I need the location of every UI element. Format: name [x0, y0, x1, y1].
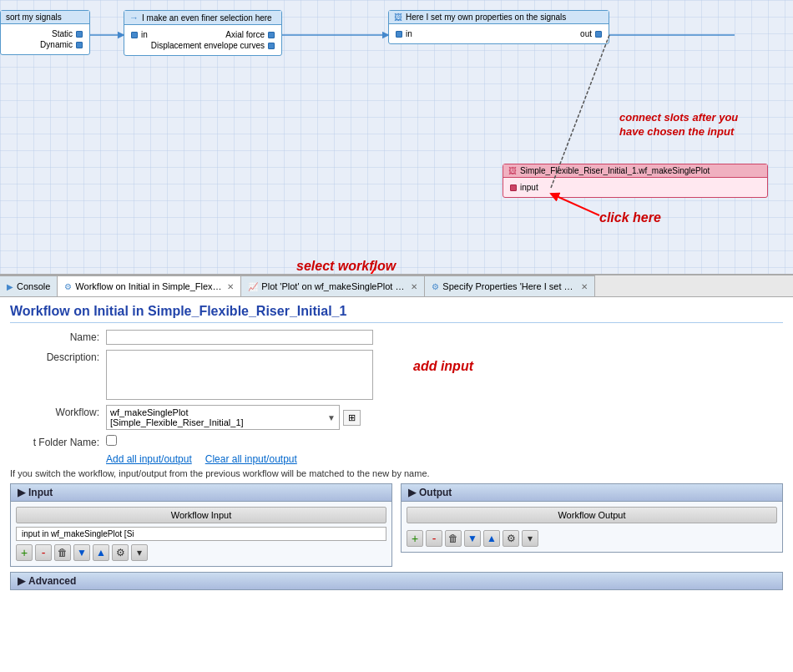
- output-panel: ▶ Output Workflow Output + - 🗑 ▼ ▲ ⚙ ▾: [401, 483, 783, 567]
- node-make-single-plot-title: 🖼 Simple_Flexible_Riser_Initial_1.wf_mak…: [503, 164, 767, 178]
- tab-specify-label: Specify Properties 'Here I set my ow...: [442, 281, 576, 291]
- name-label: Name:: [10, 330, 106, 343]
- input-delete-btn[interactable]: 🗑: [54, 544, 71, 561]
- tab-plot[interactable]: 📈 Plot 'Plot' on wf_makeSinglePlot in Si…: [241, 275, 425, 296]
- port-input4[interactable]: [510, 184, 517, 191]
- folder-checkbox[interactable]: [106, 435, 117, 446]
- description-label: Description:: [10, 350, 106, 363]
- form-row-description: Description:: [10, 350, 783, 400]
- annotation-click-here: click here: [599, 210, 661, 225]
- port-in2[interactable]: [131, 32, 138, 38]
- input-section-label: Input: [28, 487, 53, 498]
- advanced-section: ▶ Advanced: [10, 572, 783, 590]
- input-down-btn[interactable]: ▼: [73, 544, 90, 561]
- node-finer-selection[interactable]: → I make an even finer selection here in…: [124, 10, 282, 56]
- node-set-properties-title: 🖼 Here I set my own properties on the si…: [389, 11, 609, 24]
- input-remove-btn[interactable]: -: [35, 544, 52, 561]
- output-more-btn[interactable]: ▾: [522, 530, 538, 547]
- node-make-single-plot[interactable]: 🖼 Simple_Flexible_Riser_Initial_1.wf_mak…: [503, 164, 768, 198]
- node-set-properties[interactable]: 🖼 Here I set my own properties on the si…: [388, 10, 609, 44]
- input-settings-btn[interactable]: ⚙: [112, 544, 129, 561]
- io-links-row: Add all input/output Clear all input/out…: [106, 453, 783, 465]
- tab-bar: ▶ Console ⚙ Workflow on Initial in Simpl…: [0, 275, 793, 297]
- output-up-btn[interactable]: ▲: [483, 530, 500, 547]
- output-section-arrow: ▶: [408, 487, 416, 498]
- tab-plot-close[interactable]: ✕: [411, 282, 417, 291]
- input-section-header[interactable]: ▶ Input: [10, 483, 392, 502]
- form-title: Workflow on Initial in Simple_Flexible_R…: [10, 304, 783, 323]
- port-axial-out[interactable]: [268, 32, 275, 38]
- tab-specify[interactable]: ⚙ Specify Properties 'Here I set my ow..…: [425, 275, 595, 296]
- workflow-input-btn[interactable]: Workflow Input: [16, 507, 386, 523]
- input-more-btn[interactable]: ▾: [131, 544, 148, 561]
- port-static-out[interactable]: [76, 31, 83, 38]
- workflow-switch-info: If you switch the workflow, input/output…: [10, 468, 783, 478]
- tab-specify-close[interactable]: ✕: [581, 282, 588, 291]
- node-sort-signals-title: sort my signals: [1, 11, 89, 24]
- folder-label: t Folder Name:: [10, 435, 106, 448]
- form-row-workflow: Workflow: wf_makeSinglePlot [Simple_Flex…: [10, 405, 783, 430]
- form-row-name: Name:: [10, 330, 783, 345]
- workflow-canvas: sort my signals Static Dynamic → I make …: [0, 0, 793, 275]
- output-delete-btn[interactable]: 🗑: [445, 530, 462, 547]
- name-input[interactable]: [106, 330, 373, 345]
- output-section-header[interactable]: ▶ Output: [401, 483, 783, 502]
- workflow-output-btn[interactable]: Workflow Output: [407, 507, 777, 523]
- tab-workflow-label: Workflow on Initial in Simple_Flexible_R…: [75, 281, 222, 291]
- output-section-body: Workflow Output + - 🗑 ▼ ▲ ⚙ ▾: [401, 502, 783, 553]
- workflow-select[interactable]: wf_makeSinglePlot [Simple_Flexible_Riser…: [106, 405, 340, 430]
- output-add-btn[interactable]: +: [407, 530, 423, 547]
- input-section-arrow: ▶: [18, 487, 25, 498]
- port-dynamic-out[interactable]: [76, 42, 83, 48]
- annotation-add-input: add input: [413, 359, 473, 374]
- form-area: Workflow on Initial in Simple_Flexible_R…: [0, 297, 793, 672]
- add-all-io-link[interactable]: Add all input/output: [106, 453, 192, 465]
- input-panel: ▶ Input Workflow Input input in wf_makeS…: [10, 483, 392, 567]
- specify-icon: ⚙: [432, 282, 439, 291]
- advanced-section-header[interactable]: ▶ Advanced: [10, 572, 783, 590]
- annotation-connect-slots: connect slots after youhave chosen the i…: [619, 111, 738, 139]
- output-section-label: Output: [419, 487, 452, 498]
- annotation-select-workflow: select workflow: [296, 259, 396, 274]
- input-up-btn[interactable]: ▲: [93, 544, 109, 561]
- workflow-label: Workflow:: [10, 405, 106, 418]
- output-down-btn[interactable]: ▼: [464, 530, 481, 547]
- port-disp-out[interactable]: [268, 43, 275, 49]
- input-list-item[interactable]: input in wf_makeSinglePlot [Si: [16, 527, 386, 541]
- port-out3[interactable]: [595, 31, 602, 38]
- node-finer-selection-title: → I make an even finer selection here: [124, 11, 281, 25]
- tab-workflow[interactable]: ⚙ Workflow on Initial in Simple_Flexible…: [58, 275, 241, 297]
- clear-all-io-link[interactable]: Clear all input/output: [205, 453, 297, 465]
- workflow-icon: ⚙: [64, 282, 72, 291]
- output-toolbar: + - 🗑 ▼ ▲ ⚙ ▾: [407, 530, 777, 547]
- tab-plot-label: Plot 'Plot' on wf_makeSinglePlot in Simp…: [261, 281, 406, 291]
- form-row-folder: t Folder Name:: [10, 435, 783, 448]
- input-toolbar: + - 🗑 ▼ ▲ ⚙ ▾: [16, 544, 386, 561]
- output-remove-btn[interactable]: -: [426, 530, 442, 547]
- port-in3[interactable]: [396, 31, 402, 38]
- tab-console-label: Console: [17, 281, 50, 291]
- node-sort-signals[interactable]: sort my signals Static Dynamic: [0, 10, 90, 55]
- workflow-dropdown-arrow[interactable]: ▼: [327, 413, 336, 422]
- tab-console[interactable]: ▶ Console: [0, 275, 58, 296]
- input-add-btn[interactable]: +: [16, 544, 33, 561]
- console-icon: ▶: [7, 282, 13, 291]
- output-settings-btn[interactable]: ⚙: [503, 530, 519, 547]
- advanced-arrow: ▶: [18, 575, 25, 587]
- advanced-label: Advanced: [28, 575, 76, 587]
- workflow-browse-btn[interactable]: ⊞: [343, 410, 361, 426]
- input-section-body: Workflow Input input in wf_makeSinglePlo…: [10, 502, 392, 567]
- io-area: ▶ Input Workflow Input input in wf_makeS…: [10, 483, 783, 567]
- description-input[interactable]: [106, 350, 373, 400]
- tab-workflow-close[interactable]: ✕: [227, 282, 234, 291]
- plot-icon: 📈: [248, 282, 258, 291]
